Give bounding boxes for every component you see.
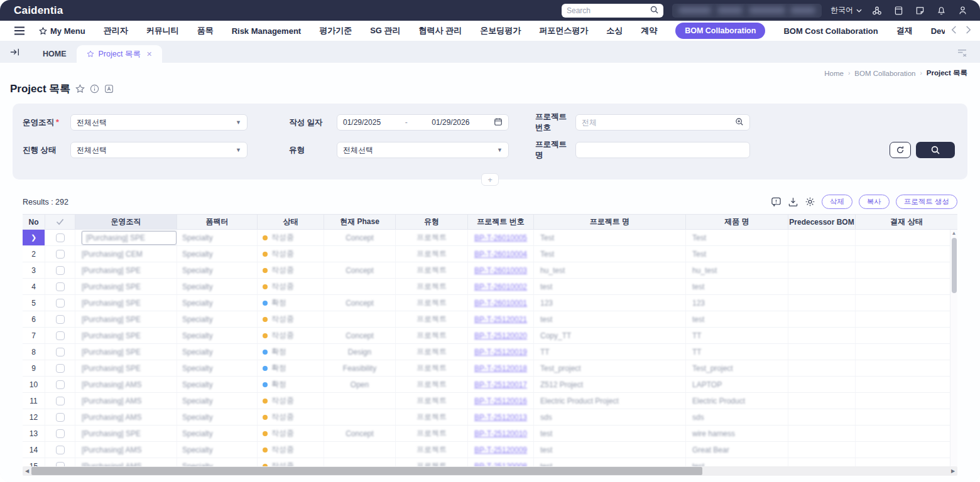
project-number-link[interactable]: BP-T-25120021	[474, 315, 527, 324]
breadcrumb-home[interactable]: Home	[824, 70, 844, 77]
nav-item-온보딩평가[interactable]: 온보딩평가	[480, 25, 521, 36]
scroll-left-arrow[interactable]: ◀	[23, 468, 31, 474]
col-predecessor-bom[interactable]: Predecessor BOM	[788, 215, 856, 229]
row-checkbox[interactable]	[45, 344, 75, 360]
scroll-right-arrow[interactable]: ▶	[949, 468, 957, 474]
project-number-link[interactable]: BP-T-26010004	[474, 250, 527, 259]
row-checkbox[interactable]	[45, 230, 75, 245]
tooltip-icon[interactable]	[771, 196, 781, 207]
table-row[interactable]: 5 [Purchasing] SPE Specialty 확정 Concept …	[23, 295, 957, 311]
nav-item-bom-collaboration[interactable]: BOM Collaboration	[675, 23, 765, 39]
tab-project-list[interactable]: Project 목록 ✕	[77, 45, 163, 63]
checkbox-icon[interactable]	[56, 462, 65, 467]
project-number-link[interactable]: BP-T-25120008	[474, 462, 527, 467]
project-number-link[interactable]: BP-T-26010005	[474, 233, 527, 242]
table-row[interactable]: 6 [Purchasing] SPE Specialty 작성중 프로젝트 BP…	[23, 311, 957, 328]
global-search[interactable]	[562, 4, 663, 18]
language-selector[interactable]: 한국어	[830, 5, 862, 16]
checkbox-icon[interactable]	[56, 413, 65, 422]
checkbox-icon[interactable]	[56, 446, 65, 454]
create-project-button[interactable]: 프로젝트 생성	[896, 195, 957, 209]
project-number-link[interactable]: BP-T-26010001	[474, 299, 527, 308]
checkbox-icon[interactable]	[56, 266, 65, 275]
col-approval-status[interactable]: 결재 상태	[856, 215, 957, 229]
date-to-value[interactable]: 01/29/2026	[432, 118, 469, 127]
checkbox-icon[interactable]	[56, 315, 65, 324]
row-checkbox[interactable]	[45, 246, 75, 262]
nav-item-품목[interactable]: 품목	[197, 25, 214, 36]
project-number-link[interactable]: BP-T-25120020	[474, 331, 527, 340]
row-checkbox[interactable]	[45, 262, 75, 278]
org-chart-icon[interactable]	[871, 4, 883, 17]
gear-icon[interactable]	[805, 196, 815, 207]
table-row[interactable]: 12 [Purchasing] AMS Specialty 작성중 프로젝트 B…	[23, 409, 957, 426]
table-row[interactable]: 14 [Purchasing] AMS Specialty 작성중 프로젝트 B…	[23, 442, 957, 458]
info-icon[interactable]	[90, 84, 99, 94]
nav-scroll-left-icon[interactable]	[951, 25, 957, 36]
project-number-link[interactable]: BP-T-25120013	[474, 413, 527, 422]
table-row[interactable]: 2 [Purchasing] CEM Specialty 작성중 프로젝트 BP…	[23, 246, 957, 262]
vertical-scroll-thumb[interactable]	[952, 238, 957, 293]
date-from-value[interactable]: 01/29/2025	[343, 118, 381, 127]
menu-hamburger-icon[interactable]	[14, 26, 25, 35]
col-project-number[interactable]: 프로젝트 번호	[468, 215, 534, 229]
global-search-input[interactable]	[567, 6, 646, 15]
nav-item-risk-management[interactable]: Risk Management	[232, 26, 302, 36]
filter-name-input[interactable]	[575, 142, 750, 158]
nav-item-협력사-관리[interactable]: 협력사 관리	[419, 25, 462, 36]
copy-button[interactable]: 복사	[859, 195, 890, 209]
col-org[interactable]: 운영조직	[75, 215, 177, 229]
project-number-link[interactable]: BP-T-25120009	[474, 446, 527, 454]
note-icon[interactable]	[913, 4, 926, 17]
row-checkbox[interactable]	[45, 328, 75, 343]
favorite-star-icon[interactable]	[75, 84, 85, 94]
vertical-scrollbar[interactable]: ▲	[950, 230, 957, 466]
table-row[interactable]: 4 [Purchasing] SPE Specialty 작성중 프로젝트 BP…	[23, 279, 957, 295]
expand-filters-button[interactable]: +	[481, 173, 499, 186]
project-number-link[interactable]: BP-T-25120010	[474, 429, 527, 438]
table-row[interactable]: 15 [Purchasing] AMS Specialty 작성중 프로젝트 B…	[23, 458, 957, 466]
breadcrumb-section[interactable]: BOM Collaboration	[854, 70, 915, 77]
col-form-factor[interactable]: 폼팩터	[177, 215, 258, 229]
table-row[interactable]: 10 [Purchasing] AMS Specialty 확정 Open 프로…	[23, 377, 957, 393]
nav-item-bom-cost-collaboration[interactable]: BOM Cost Collaboration	[783, 26, 878, 36]
checkbox-icon[interactable]	[56, 364, 65, 373]
col-product-name[interactable]: 제품 명	[686, 215, 788, 229]
horizontal-scrollbar[interactable]: ◀ ▶	[23, 466, 957, 476]
nav-scroll-right-icon[interactable]	[966, 25, 971, 36]
nav-item-관리자[interactable]: 관리자	[104, 25, 128, 36]
delete-button[interactable]: 삭제	[822, 195, 852, 209]
filter-date-range[interactable]: 01/29/2025 - 01/29/2026	[337, 114, 509, 131]
nav-item-development[interactable]: Development	[931, 26, 945, 36]
row-checkbox[interactable]	[45, 409, 75, 425]
row-checkbox[interactable]	[45, 279, 75, 294]
close-all-tabs-icon[interactable]	[957, 48, 967, 56]
filter-name-field[interactable]	[582, 146, 744, 154]
filter-number-input[interactable]: 전체	[575, 114, 750, 131]
clipboard-icon[interactable]	[892, 4, 905, 17]
horizontal-scroll-thumb[interactable]	[31, 467, 702, 475]
checkbox-icon[interactable]	[56, 429, 65, 438]
project-number-link[interactable]: BP-T-25120017	[474, 380, 527, 389]
checkbox-icon[interactable]	[56, 282, 65, 291]
row-checkbox[interactable]	[45, 458, 75, 466]
checkbox-icon[interactable]	[56, 250, 65, 259]
download-icon[interactable]	[788, 196, 798, 207]
table-row[interactable]: 9 [Purchasing] SPE Specialty 확정 Feasibil…	[23, 360, 957, 377]
checkbox-icon[interactable]	[56, 348, 65, 356]
checkbox-icon[interactable]	[56, 397, 65, 405]
row-checkbox[interactable]	[45, 311, 75, 327]
scroll-up-arrow[interactable]: ▲	[952, 231, 957, 236]
tab-home[interactable]: HOME	[33, 45, 77, 63]
table-row[interactable]: ❯ [Purchasing] SPE Specialty 작성중 Concept…	[23, 230, 957, 246]
col-no[interactable]: No	[23, 215, 45, 229]
zoom-search-icon[interactable]	[735, 117, 744, 128]
cell-editor[interactable]: [Purchasing] SPE	[82, 231, 177, 245]
nav-item-퍼포먼스평가[interactable]: 퍼포먼스평가	[539, 25, 588, 36]
checkbox-icon[interactable]	[56, 233, 65, 242]
table-row[interactable]: 3 [Purchasing] SPE Specialty 작성중 Concept…	[23, 262, 957, 279]
nav-item-my-menu[interactable]: My Menu	[39, 26, 85, 36]
col-project-name[interactable]: 프로젝트 명	[534, 215, 686, 229]
checkbox-icon[interactable]	[56, 331, 65, 340]
search-button[interactable]	[916, 142, 955, 158]
